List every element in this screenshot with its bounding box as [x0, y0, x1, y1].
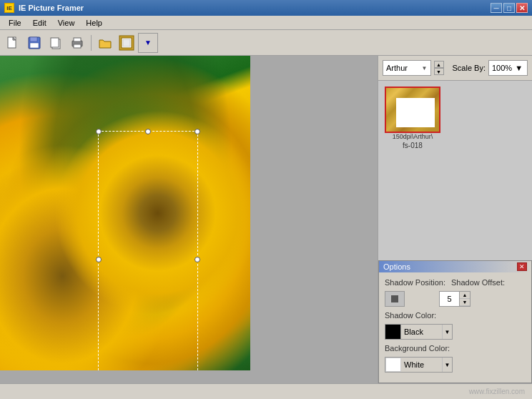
svg-rect-12: [123, 39, 130, 46]
frame-path-label: 150dpi\Arthur\: [393, 133, 433, 140]
shadow-color-name: Black: [401, 327, 442, 336]
open-button[interactable]: [95, 33, 115, 53]
shadow-offset-label: Shadow Offset:: [451, 278, 505, 287]
bg-color-row: White ▼: [385, 357, 526, 373]
main-content: Arthur ▼ ▲ ▼ Scale By: 100% ▼ 150dpi\Art…: [0, 56, 532, 383]
frame-thumb-image[interactable]: [385, 87, 440, 133]
title-bar: IE IE Picture Framer ─ □ ✕: [0, 0, 532, 16]
options-close-button[interactable]: ✕: [517, 262, 527, 271]
frame-selected-label: Arthur: [386, 64, 408, 72]
shadow-offset-down[interactable]: ▼: [460, 299, 470, 306]
frame-inner-visual: [386, 88, 439, 132]
menu-file[interactable]: File: [3, 17, 27, 29]
image-canvas[interactable]: [0, 56, 250, 370]
frame-button[interactable]: [117, 33, 137, 53]
title-bar-buttons: ─ □ ✕: [491, 3, 528, 13]
bg-color-arrow[interactable]: ▼: [442, 358, 452, 372]
scale-label: Scale By:: [453, 64, 486, 72]
shadow-color-label: Shadow Color:: [385, 311, 445, 320]
bg-color-name: White: [401, 360, 442, 369]
shadow-offset-arrows: ▲ ▼: [460, 292, 470, 306]
shadow-color-swatch: [385, 325, 401, 339]
shadow-controls-row: 5 ▲ ▼: [385, 291, 526, 307]
shadow-position-box[interactable]: [385, 291, 405, 307]
toolbar-dropdown[interactable]: ▼: [138, 33, 158, 53]
shadow-offset-spinner[interactable]: 5 ▲ ▼: [439, 291, 471, 307]
status-bar: www.fixzillen.com: [0, 383, 532, 399]
bg-color-swatch: [385, 358, 401, 372]
svg-rect-4: [30, 43, 39, 48]
svg-rect-3: [30, 37, 37, 41]
frame-selector-row: Arthur ▼ ▲ ▼ Scale By: 100% ▼: [378, 56, 532, 81]
options-panel: Options ✕ Shadow Position: Shadow Offset…: [378, 260, 532, 383]
svg-rect-6: [51, 38, 59, 47]
bg-color-label-row: Background Color:: [385, 344, 526, 353]
bg-color-label: Background Color:: [385, 344, 450, 353]
bg-color-select[interactable]: White ▼: [385, 357, 453, 373]
app-title: IE Picture Framer: [19, 4, 84, 12]
frame-dropdown[interactable]: Arthur ▼: [383, 60, 431, 76]
options-title-bar: Options ✕: [379, 261, 531, 272]
shadow-position-label: Shadow Position:: [385, 278, 445, 287]
watermark: www.fixzillen.com: [469, 388, 525, 395]
options-body: Shadow Position: Shadow Offset: 5 ▲ ▼: [379, 272, 531, 383]
frame-dropdown-arrow: ▼: [422, 65, 428, 72]
options-title-label: Options: [383, 262, 410, 271]
scale-dropdown-arrow: ▼: [515, 64, 523, 72]
shadow-offset-control: 5 ▲ ▼: [439, 291, 471, 307]
frame-spin-down[interactable]: ▼: [434, 68, 444, 75]
shadow-offset-up[interactable]: ▲: [460, 292, 470, 299]
canvas-area[interactable]: [0, 56, 378, 383]
app-icon: IE: [4, 3, 14, 13]
scale-dropdown[interactable]: 100% ▼: [488, 60, 528, 76]
shadow-color-label-row: Shadow Color:: [385, 311, 526, 320]
right-panel: Arthur ▼ ▲ ▼ Scale By: 100% ▼ 150dpi\Art…: [378, 56, 532, 383]
menu-bar: File Edit View Help: [0, 16, 532, 30]
shadow-position-indicator: [391, 295, 398, 302]
close-button[interactable]: ✕: [516, 3, 528, 13]
toolbar-separator-1: [91, 35, 92, 51]
scale-value: 100%: [492, 64, 512, 72]
svg-rect-8: [74, 38, 81, 41]
print-button[interactable]: [67, 33, 87, 53]
frame-id-label: fs-018: [403, 142, 423, 149]
copy-button[interactable]: [46, 33, 66, 53]
svg-rect-9: [74, 44, 81, 48]
frame-spin-up[interactable]: ▲: [434, 61, 444, 68]
new-button[interactable]: [3, 33, 23, 53]
maximize-button[interactable]: □: [503, 3, 515, 13]
save-button[interactable]: [24, 33, 44, 53]
minimize-button[interactable]: ─: [491, 3, 502, 13]
frame-thumbnail[interactable]: 150dpi\Arthur\ fs-018: [384, 87, 441, 149]
sunflower-overlay: [0, 56, 250, 370]
shadow-color-select[interactable]: Black ▼: [385, 324, 453, 340]
menu-view[interactable]: View: [52, 17, 81, 29]
toolbar: ▼: [0, 30, 532, 56]
menu-help[interactable]: Help: [80, 17, 108, 29]
menu-edit[interactable]: Edit: [27, 17, 52, 29]
title-bar-left: IE IE Picture Framer: [4, 3, 84, 13]
frame-spin-buttons: ▲ ▼: [434, 61, 444, 75]
shadow-offset-value: 5: [440, 292, 460, 306]
shadow-color-row: Black ▼: [385, 324, 526, 340]
shadow-row: Shadow Position: Shadow Offset:: [385, 278, 526, 287]
shadow-color-arrow[interactable]: ▼: [442, 325, 452, 339]
frame-preview-area[interactable]: 150dpi\Arthur\ fs-018: [378, 81, 532, 260]
